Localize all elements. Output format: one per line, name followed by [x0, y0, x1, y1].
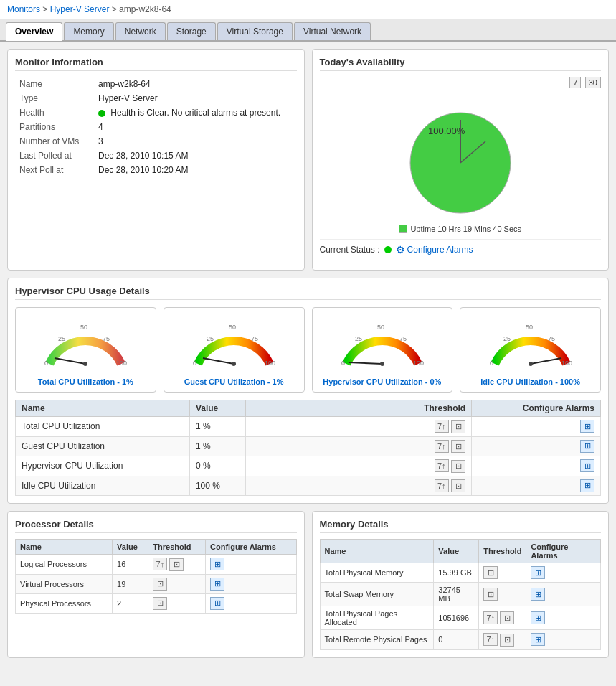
svg-line-30	[531, 358, 561, 364]
tab-overview[interactable]: Overview	[6, 22, 62, 41]
gauge-svg-hypervisor: 0 25 50 75 100	[336, 314, 429, 371]
monitor-info-title: Monitor Information	[15, 57, 297, 71]
svg-text:25: 25	[58, 335, 65, 342]
cpu-panel: Hypervisor CPU Usage Details	[7, 278, 609, 504]
svg-text:100: 100	[561, 360, 572, 367]
info-row-last-polled: Last Polled at Dec 28, 2010 10:15 AM	[15, 149, 297, 163]
svg-text:75: 75	[251, 335, 258, 342]
threshold-edit-icon[interactable]: ⊡	[153, 578, 167, 591]
cpu-row2-name: Guest CPU Utilization	[16, 436, 190, 456]
threshold-edit-icon[interactable]: ⊡	[169, 558, 184, 571]
mem-row4-threshold: 7↑ ⊡	[479, 630, 526, 650]
tab-virtual-storage[interactable]: Virtual Storage	[217, 22, 293, 40]
gauge-label-total: Total CPU Utilization - 1%	[22, 377, 150, 386]
info-label-num-vms: Number of VMs	[15, 134, 94, 149]
monitor-info-panel: Monitor Information Name amp-w2k8-64 Typ…	[7, 49, 305, 271]
configure-alarm-btn[interactable]: ⊞	[210, 578, 224, 591]
threshold-btn[interactable]: 7↑	[435, 440, 449, 453]
table-row: Logical Processors 16 7↑ ⊡ ⊞	[16, 555, 297, 575]
threshold-edit-icon[interactable]: ⊡	[483, 588, 498, 601]
proc-table: Name Value Threshold Configure Alarms Lo…	[15, 539, 297, 614]
configure-alarm-btn[interactable]: ⊞	[580, 440, 594, 453]
breadcrumb-monitors[interactable]: Monitors	[7, 4, 40, 14]
svg-text:100: 100	[265, 360, 275, 367]
threshold-btn[interactable]: 7↑	[153, 558, 167, 570]
cpu-row3-threshold: 7↑ ⊡	[389, 456, 472, 476]
svg-text:50: 50	[80, 324, 87, 331]
table-row: Physical Processors 2 ⊡ ⊞	[16, 593, 297, 613]
proc-row2-configure: ⊞	[206, 574, 296, 593]
proc-row3-configure: ⊞	[206, 593, 296, 613]
tab-memory[interactable]: Memory	[64, 22, 113, 40]
status-green-icon	[384, 246, 392, 253]
time-btn-7[interactable]: 7	[569, 77, 581, 88]
cpu-row4-threshold: 7↑ ⊡	[389, 476, 472, 496]
configure-alarm-btn[interactable]: ⊞	[531, 588, 545, 601]
cpu-row2-configure: ⊞	[472, 436, 601, 456]
configure-alarm-btn[interactable]: ⊞	[210, 597, 224, 610]
pie-svg: 100.00%	[399, 98, 521, 220]
mem-row4-name: Total Remote Physical Pages	[320, 630, 434, 650]
configure-alarm-btn[interactable]: ⊞	[531, 566, 545, 579]
table-row: Total Physical Pages Allocated 1051696 7…	[320, 606, 601, 630]
cpu-row1-configure: ⊞	[472, 417, 601, 437]
gauge-label-idle: Idle CPU Utilization - 100%	[466, 377, 594, 386]
breadcrumb-hyperv[interactable]: Hyper-V Server	[50, 4, 110, 14]
cpu-row1-name: Total CPU Utilization	[16, 417, 190, 437]
threshold-edit-icon[interactable]: ⊡	[483, 566, 498, 579]
svg-point-10	[83, 362, 87, 366]
cpu-row2-spacer	[246, 436, 389, 456]
tab-network[interactable]: Network	[115, 22, 166, 40]
gauge-svg-total: 0 25 50 75 100	[39, 314, 132, 371]
threshold-btn[interactable]: 7↑	[435, 420, 449, 433]
time-btn-30[interactable]: 30	[585, 77, 601, 88]
configure-alarm-btn[interactable]: ⊞	[580, 459, 594, 472]
availability-chart: 100.00% Uptime 10 Hrs 19 Mins 40 Secs Cu…	[320, 91, 602, 263]
proc-row3-threshold: ⊡	[148, 593, 206, 613]
threshold-edit-icon[interactable]: ⊡	[451, 420, 465, 433]
info-row-num-vms: Number of VMs 3	[15, 134, 297, 149]
configure-alarms-link[interactable]: ⚙ Configure Alarms	[396, 244, 473, 255]
table-row: Total Remote Physical Pages 0 7↑ ⊡ ⊞	[320, 630, 601, 650]
threshold-btn[interactable]: 7↑	[483, 633, 498, 646]
tab-storage[interactable]: Storage	[167, 22, 216, 40]
cpu-row3-spacer	[246, 456, 389, 476]
threshold-btn[interactable]: 7↑	[435, 459, 449, 472]
proc-title: Processor Details	[15, 519, 297, 533]
threshold-edit-icon[interactable]: ⊡	[500, 634, 514, 647]
proc-col-configure: Configure Alarms	[206, 540, 296, 555]
threshold-edit-icon[interactable]: ⊡	[500, 611, 514, 624]
info-row-next-poll: Next Poll at Dec 28, 2010 10:20 AM	[15, 163, 297, 177]
svg-text:25: 25	[503, 335, 511, 342]
configure-alarm-btn[interactable]: ⊞	[531, 633, 545, 646]
gauge-idle-cpu: 0 25 50 75 100 Idle CPU Utilization - 10…	[460, 307, 601, 393]
info-value-last-polled: Dec 28, 2010 10:15 AM	[94, 149, 297, 163]
info-table: Name amp-w2k8-64 Type Hyper-V Server Hea…	[15, 77, 297, 177]
table-row: Virtual Processors 19 ⊡ ⊞	[16, 574, 297, 593]
configure-alarm-btn[interactable]: ⊞	[580, 420, 594, 433]
mem-row2-name: Total Swap Memory	[320, 583, 434, 606]
col-header-name: Name	[16, 400, 190, 417]
configure-alarm-btn[interactable]: ⊞	[531, 611, 545, 624]
mem-row3-threshold: 7↑ ⊡	[479, 606, 526, 630]
threshold-edit-icon[interactable]: ⊡	[153, 597, 167, 610]
threshold-edit-icon[interactable]: ⊡	[451, 460, 465, 473]
info-value-health: Health is Clear. No critical alarms at p…	[94, 105, 297, 120]
threshold-btn[interactable]: 7↑	[435, 479, 449, 492]
cpu-row3-name: Hypervisor CPU Utilization	[16, 456, 190, 476]
mem-row3-name: Total Physical Pages Allocated	[320, 606, 434, 630]
svg-text:50: 50	[526, 324, 533, 331]
cpu-row2-threshold: 7↑ ⊡	[389, 436, 472, 456]
info-value-num-vms: 3	[94, 134, 297, 149]
svg-line-23	[349, 362, 382, 364]
info-row-health: Health Health is Clear. No critical alar…	[15, 105, 297, 120]
mem-row1-configure: ⊞	[526, 563, 601, 583]
mem-col-threshold: Threshold	[479, 540, 526, 563]
threshold-edit-icon[interactable]: ⊡	[451, 440, 465, 453]
tab-virtual-network[interactable]: Virtual Network	[294, 22, 371, 40]
threshold-btn[interactable]: 7↑	[483, 611, 498, 624]
configure-alarm-btn[interactable]: ⊞	[210, 558, 224, 570]
threshold-edit-icon[interactable]: ⊡	[451, 479, 465, 492]
svg-text:50: 50	[229, 324, 236, 331]
configure-alarm-btn[interactable]: ⊞	[580, 479, 594, 492]
